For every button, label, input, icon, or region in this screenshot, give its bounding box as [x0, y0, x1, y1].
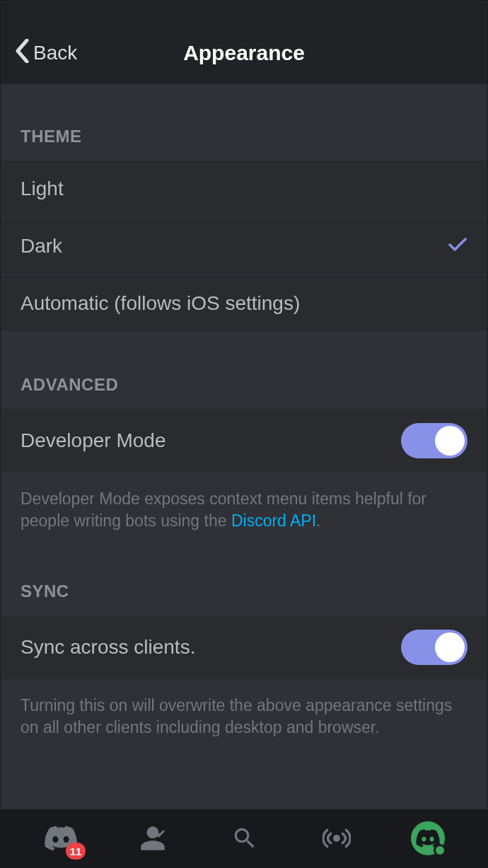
toggle-knob: [435, 632, 465, 662]
description-text-post: .: [316, 511, 320, 530]
page-title: Appearance: [183, 41, 305, 65]
theme-option-automatic[interactable]: Automatic (follows iOS settings): [1, 275, 487, 332]
chevron-left-icon: [15, 39, 29, 67]
sync-description: Turning this on will overwrite the above…: [1, 679, 487, 746]
toggle-knob: [435, 426, 465, 456]
toggle-label: Developer Mode: [21, 429, 165, 452]
section-header-theme: THEME: [1, 84, 487, 161]
tab-search[interactable]: [227, 821, 262, 856]
tab-mentions[interactable]: [319, 821, 354, 856]
tab-bar: 11: [1, 809, 487, 867]
back-button[interactable]: Back: [15, 39, 77, 67]
friends-icon: [139, 824, 167, 852]
tab-profile[interactable]: [411, 821, 445, 855]
theme-label: Light: [21, 178, 64, 200]
broadcast-icon: [323, 824, 351, 852]
discord-api-link[interactable]: Discord API: [231, 511, 316, 530]
sync-clients-toggle[interactable]: [401, 630, 467, 665]
sync-clients-row[interactable]: Sync across clients.: [1, 615, 487, 679]
section-header-advanced: ADVANCED: [1, 332, 487, 409]
status-online-icon: [434, 844, 446, 857]
developer-mode-toggle[interactable]: [401, 423, 467, 458]
toggle-label: Sync across clients.: [21, 636, 195, 659]
developer-mode-description: Developer Mode exposes context menu item…: [1, 473, 487, 539]
description-text: Developer Mode exposes context menu item…: [21, 490, 426, 530]
section-header-sync: SYNC: [1, 539, 487, 615]
tab-friends[interactable]: [135, 821, 170, 856]
theme-option-light[interactable]: Light: [1, 161, 487, 218]
search-icon: [231, 825, 258, 852]
theme-option-dark[interactable]: Dark: [1, 218, 487, 275]
tab-home[interactable]: 11: [43, 821, 79, 856]
svg-point-0: [333, 835, 340, 842]
back-label: Back: [33, 42, 77, 64]
notification-badge: 11: [66, 843, 86, 860]
checkmark-icon: [448, 235, 467, 257]
theme-label: Dark: [21, 235, 62, 257]
developer-mode-row[interactable]: Developer Mode: [1, 409, 487, 473]
header-bar: Back Appearance: [1, 1, 487, 84]
theme-label: Automatic (follows iOS settings): [21, 292, 300, 315]
